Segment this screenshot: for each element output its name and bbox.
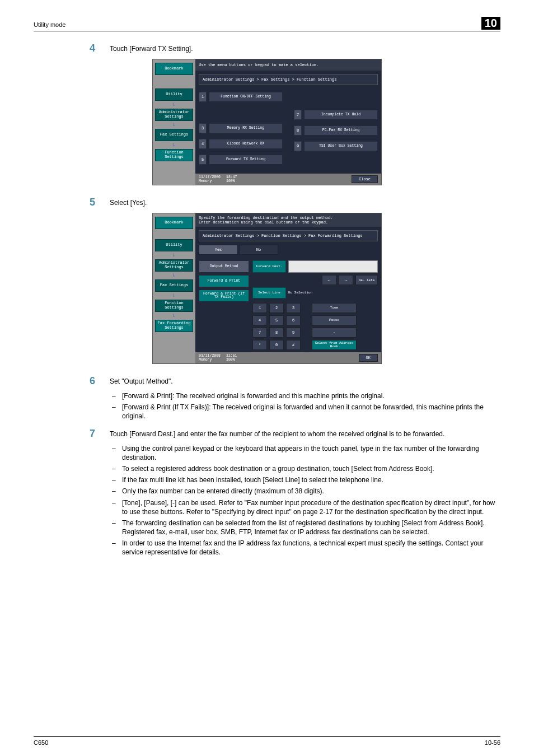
ss2-footer: 03/11/2008 Memory 11:51 100% OK — [195, 352, 381, 363]
arrow-down-icon: ↓ — [172, 122, 176, 128]
step-7-substeps: Using the control panel keypad or the ke… — [112, 444, 500, 557]
step-text: Touch [Forward Dest.] and enter the fax … — [110, 428, 500, 440]
substep: The forwarding destination can be select… — [112, 519, 500, 536]
forward-print-button[interactable]: Forward & Print — [199, 275, 249, 287]
dash-button[interactable]: - — [312, 328, 357, 338]
opt-num-8: 8 — [294, 125, 302, 136]
utility-button[interactable]: Utility — [155, 88, 193, 101]
key-9[interactable]: 9 — [286, 328, 301, 338]
fax-settings-button[interactable]: Fax Settings — [155, 279, 193, 292]
substep: [Forward & Print (If TX Fails)]: The rec… — [112, 403, 500, 421]
substep: If the fax multi line kit has been insta… — [112, 475, 500, 484]
opt-num-1: 1 — [199, 92, 207, 102]
memory-rx-button[interactable]: Memory RX Setting — [209, 123, 283, 133]
function-onoff-button[interactable]: Function ON/OFF Setting — [209, 92, 283, 102]
footer-right: 10-56 — [485, 739, 500, 746]
fax-settings-button[interactable]: Fax Settings — [155, 129, 193, 141]
step-number: 6 — [90, 375, 99, 387]
ss1-pct: 100% — [226, 179, 235, 183]
step-text: Touch [Forward TX Setting]. — [110, 43, 500, 54]
arrow-down-icon: ↓ — [172, 102, 176, 108]
ss2-instruction: Specify the forwarding destination and t… — [195, 213, 381, 227]
header-title: Utility mode — [34, 21, 65, 28]
admin-settings-button[interactable]: Administrator Settings — [155, 109, 193, 121]
opt-num-9: 9 — [294, 141, 302, 151]
step-number: 5 — [90, 197, 99, 208]
ss1-time: 18:47 — [226, 175, 237, 179]
tone-button[interactable]: Tone — [312, 303, 357, 313]
ss2-pct: 100% — [226, 358, 235, 362]
screenshot-fax-forwarding: Bookmark Utility ↓ Administrator Setting… — [152, 213, 382, 364]
ss2-time: 11:51 — [226, 354, 237, 358]
key-6[interactable]: 6 — [286, 315, 301, 325]
ok-button[interactable]: OK — [359, 354, 378, 362]
step-6-substeps: [Forward & Print]: The received original… — [112, 391, 500, 421]
output-method-button[interactable]: Output Method — [199, 260, 249, 273]
arrow-right-button[interactable]: → — [339, 275, 353, 285]
step-7: 7 Touch [Forward Dest.] and enter the fa… — [90, 428, 500, 440]
select-address-book-button[interactable]: Select from Address Book — [312, 340, 357, 350]
ss2-breadcrumb: Administrator Settings > Function Settin… — [199, 230, 378, 241]
pause-button[interactable]: Pause — [312, 315, 357, 325]
ss2-sidebar: Bookmark Utility ↓ Administrator Setting… — [153, 213, 195, 363]
pcfax-rx-button[interactable]: PC-Fax RX Setting — [304, 125, 378, 136]
substep: In order to use the Internet fax and the… — [112, 539, 500, 557]
ss2-main: Specify the forwarding destination and t… — [195, 213, 381, 363]
incomplete-tx-hold-button[interactable]: Incomplete TX Hold — [304, 110, 378, 120]
fax-forwarding-button[interactable]: Fax Forwarding Settings — [155, 320, 193, 332]
arrow-down-icon: ↓ — [172, 273, 176, 278]
key-2[interactable]: 2 — [269, 303, 284, 313]
select-line-button[interactable]: Select Line — [252, 287, 286, 298]
close-button[interactable]: Close — [352, 175, 378, 183]
forward-dest-button[interactable]: Forward Dest. — [252, 260, 286, 273]
utility-button[interactable]: Utility — [155, 239, 193, 251]
step-number: 4 — [90, 43, 99, 54]
arrow-left-button[interactable]: ← — [322, 275, 336, 285]
arrow-down-icon: ↓ — [172, 313, 176, 319]
opt-num-5: 5 — [199, 155, 207, 165]
key-4[interactable]: 4 — [252, 315, 267, 325]
delete-button[interactable]: De- lete — [355, 275, 378, 285]
closed-network-rx-button[interactable]: Closed Network RX — [209, 139, 283, 149]
key-8[interactable]: 8 — [269, 328, 284, 338]
key-7[interactable]: 7 — [252, 328, 267, 338]
step-text: Set "Output Method". — [110, 375, 500, 387]
opt-num-7: 7 — [294, 110, 302, 120]
tsi-userbox-button[interactable]: TSI User Box Setting — [304, 141, 378, 151]
no-selection-label: No Selection — [288, 291, 312, 295]
key-hash[interactable]: # — [286, 340, 301, 350]
page-header: Utility mode 10 — [34, 17, 500, 31]
bookmark-button[interactable]: Bookmark — [155, 63, 193, 75]
header-chapter: 10 — [481, 17, 500, 30]
arrow-down-icon: ↓ — [172, 293, 176, 298]
no-button[interactable]: No — [239, 245, 278, 255]
ss1-date: 11/17/2006 — [199, 175, 221, 179]
keypad: 1 2 3 4 5 6 7 8 9 * 0 # — [252, 303, 301, 350]
key-star[interactable]: * — [252, 340, 267, 350]
key-5[interactable]: 5 — [269, 315, 284, 325]
function-settings-button[interactable]: Function Settings — [155, 149, 193, 161]
forward-print-fail-button[interactable]: Forward & Print (If TX Fails) — [199, 290, 249, 302]
ss1-footer: 11/17/2006 Memory 18:47 100% Close — [195, 174, 381, 185]
ss1-instruction: Use the menu buttons or keypad to make a… — [195, 59, 381, 71]
function-settings-button[interactable]: Function Settings — [155, 300, 193, 312]
step-text: Select [Yes]. — [110, 197, 500, 208]
ss1-sidebar: Bookmark Utility ↓ Administrator Setting… — [153, 59, 195, 185]
key-0[interactable]: 0 — [269, 340, 284, 350]
yes-button[interactable]: Yes — [199, 245, 238, 255]
forward-tx-setting-button[interactable]: Forward TX Setting — [209, 155, 283, 165]
key-1[interactable]: 1 — [252, 303, 267, 313]
ss2-mem: Memory — [199, 358, 212, 362]
opt-num-3: 3 — [199, 123, 207, 133]
admin-settings-button[interactable]: Administrator Settings — [155, 259, 193, 272]
ss1-mem: Memory — [199, 179, 212, 183]
key-3[interactable]: 3 — [286, 303, 301, 313]
substep: Using the control panel keypad or the ke… — [112, 444, 500, 462]
screenshot-function-settings: Bookmark Utility ↓ Administrator Setting… — [152, 59, 382, 185]
step-5: 5 Select [Yes]. — [90, 197, 500, 208]
forward-dest-input[interactable] — [288, 260, 378, 273]
ss2-date: 03/11/2008 — [199, 354, 221, 358]
opt-num-4: 4 — [199, 139, 207, 149]
substep: [Forward & Print]: The received original… — [112, 391, 500, 400]
bookmark-button[interactable]: Bookmark — [155, 217, 193, 229]
